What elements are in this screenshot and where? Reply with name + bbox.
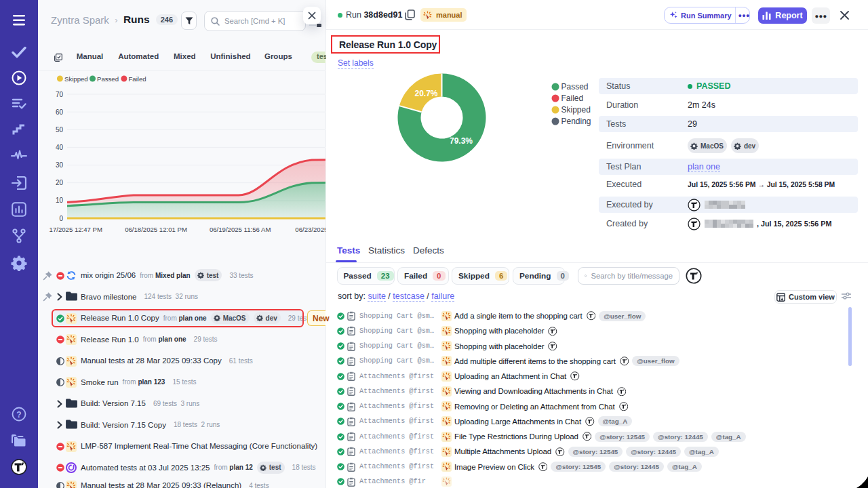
svg-text:20.7%: 20.7% <box>414 89 437 98</box>
svg-text:Pending: Pending <box>561 117 591 126</box>
svg-text:Failed: Failed <box>561 94 584 103</box>
svg-text:Skipped: Skipped <box>561 105 591 115</box>
svg-text:?: ? <box>16 410 21 420</box>
svg-text:Passed: Passed <box>561 82 589 92</box>
svg-text:79.3%: 79.3% <box>450 136 473 146</box>
